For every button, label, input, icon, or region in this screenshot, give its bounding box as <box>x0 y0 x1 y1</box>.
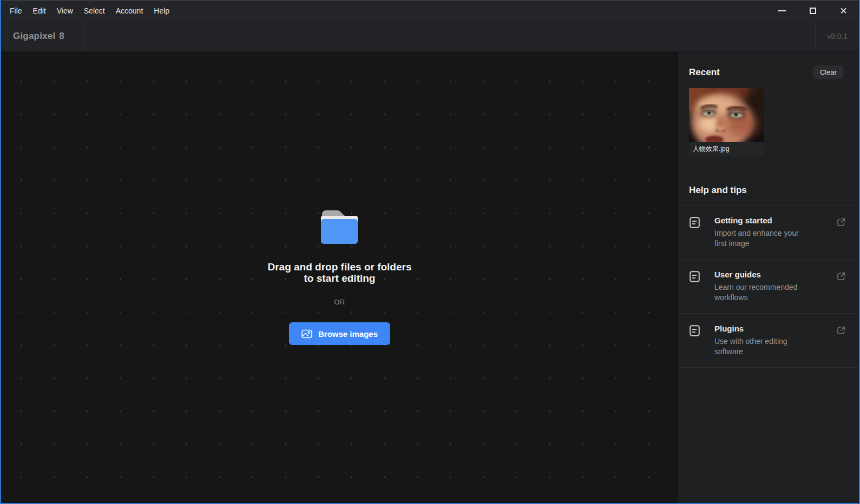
help-item-subtitle: Import and enhance your first image <box>714 228 812 249</box>
menu-select[interactable]: Select <box>78 1 110 21</box>
menu-help[interactable]: Help <box>148 1 175 21</box>
maximize-icon <box>810 8 816 14</box>
main-area: Drag and drop files or folders to start … <box>1 52 859 503</box>
maximize-button[interactable] <box>797 1 828 21</box>
titlebar-spacer <box>84 21 815 51</box>
help-item-text: Plugins Use with other editing software <box>714 324 832 357</box>
menu-edit[interactable]: Edit <box>28 1 51 21</box>
help-item-subtitle: Use with other editing software <box>714 336 812 357</box>
document-icon <box>690 325 700 339</box>
help-item-text: Getting started Import and enhance your … <box>714 216 832 249</box>
dropzone-title: Drag and drop files or folders to start … <box>267 261 411 284</box>
recent-thumbnail-image <box>689 88 764 142</box>
or-divider-label: OR <box>334 298 345 306</box>
image-icon <box>301 329 312 339</box>
close-button[interactable]: ✕ <box>828 1 859 21</box>
minimize-icon <box>778 10 786 11</box>
folder-icon <box>318 210 360 247</box>
app-logo: Gigapixel 8 <box>1 21 84 51</box>
browse-images-button[interactable]: Browse images <box>289 322 390 345</box>
minimize-button[interactable] <box>766 1 797 21</box>
recent-title: Recent <box>689 67 720 78</box>
help-item-title: User guides <box>714 270 832 280</box>
dropzone-title-line2: to start editing <box>267 273 411 284</box>
recent-item[interactable]: 人物效果.jpg <box>689 88 764 156</box>
help-item-plugins[interactable]: Plugins Use with other editing software <box>678 314 859 368</box>
help-item-title: Getting started <box>714 216 832 226</box>
sidebar: Recent Clear <box>678 52 859 503</box>
drop-canvas[interactable]: Drag and drop files or folders to start … <box>1 52 678 503</box>
logo-version-digit: 8 <box>59 31 64 42</box>
help-item-subtitle: Learn our recommended workflows <box>714 282 812 303</box>
external-link-icon <box>836 271 846 283</box>
help-and-tips-title: Help and tips <box>689 185 859 196</box>
titlebar: Gigapixel 8 v8.0.1 <box>1 21 859 52</box>
browse-images-label: Browse images <box>318 329 378 339</box>
dropzone-title-line1: Drag and drop files or folders <box>267 261 411 273</box>
clear-recent-button[interactable]: Clear <box>813 65 843 79</box>
dropzone: Drag and drop files or folders to start … <box>267 210 411 345</box>
menu-file[interactable]: File <box>4 1 28 21</box>
document-icon <box>690 271 700 284</box>
app-window: File Edit View Select Account Help ✕ Gig… <box>0 0 860 504</box>
help-item-text: User guides Learn our recommended workfl… <box>714 270 832 303</box>
menu-account[interactable]: Account <box>110 1 149 21</box>
recent-header: Recent Clear <box>678 52 859 79</box>
help-item-title: Plugins <box>714 324 832 334</box>
document-icon <box>690 217 700 230</box>
logo-text: Gigapixel <box>13 31 55 42</box>
recent-item-filename: 人物效果.jpg <box>689 142 764 156</box>
close-icon: ✕ <box>839 6 847 16</box>
menu-items: File Edit View Select Account Help <box>1 1 175 21</box>
help-item-getting-started[interactable]: Getting started Import and enhance your … <box>678 205 859 260</box>
version-label: v8.0.1 <box>815 21 859 51</box>
window-controls: ✕ <box>766 1 859 21</box>
external-link-icon <box>836 217 846 229</box>
help-item-user-guides[interactable]: User guides Learn our recommended workfl… <box>678 260 859 314</box>
menu-view[interactable]: View <box>51 1 78 21</box>
external-link-icon <box>836 326 846 337</box>
menubar: File Edit View Select Account Help ✕ <box>1 1 859 21</box>
